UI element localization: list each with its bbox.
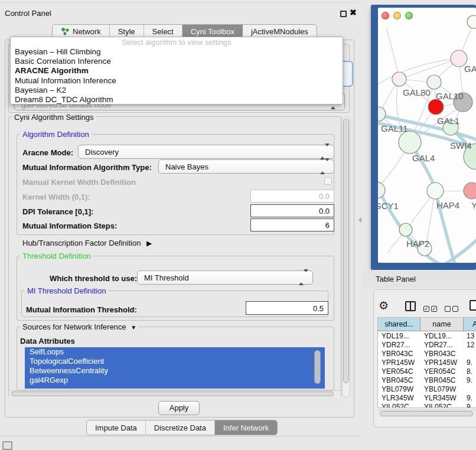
table-cell: YPR145W xyxy=(424,358,457,367)
tab-impute-data[interactable]: Impute Data xyxy=(87,420,146,435)
algorithm-dropdown-overlay: Select algorithm to view settings Bayesi… xyxy=(10,37,343,105)
kernel-width-field[interactable]: 0.0 xyxy=(250,190,334,203)
tab-discretize-data[interactable]: Discretize Data xyxy=(146,420,215,435)
node-label: GAL xyxy=(464,64,476,74)
settings-hscrollbar-thumb[interactable] xyxy=(11,392,334,396)
table-cell: YLR345W xyxy=(424,394,457,403)
document-icon[interactable] xyxy=(470,300,476,311)
algorithm-dropdown-list: Bayesian – Hill ClimbingBasic Correlatio… xyxy=(11,47,343,105)
network-canvas[interactable]: GALGAL80GAL10GAL1SWI4GAL11GAL4GCY1HAP4YH… xyxy=(378,8,476,263)
attribute-item[interactable]: gal4RGexp xyxy=(25,376,325,385)
tab-infer-network[interactable]: Infer Network xyxy=(215,420,277,435)
dpi-tolerance-label: DPI Tolerance [0,1]: xyxy=(22,207,93,216)
tab-label: jActiveMNodules xyxy=(251,27,308,36)
table-cell: 9. xyxy=(467,394,472,403)
table-panel-title: Table Panel xyxy=(376,275,416,283)
table-row[interactable]: YBR045CYBR045C9. xyxy=(378,376,476,385)
column-header-name[interactable]: name xyxy=(420,318,464,331)
dpi-tolerance-value: 0.0 xyxy=(319,207,330,216)
split-columns-icon[interactable] xyxy=(405,301,416,311)
sources-group-toggle[interactable]: Sources for Network Inference ▼ xyxy=(20,322,139,331)
table-row[interactable]: YDL19...YDL19...13 xyxy=(378,332,476,341)
table-cell: YIL052C xyxy=(382,403,409,408)
table-cell: YBL079W xyxy=(382,385,413,394)
node-table: shared... name A YDL19...YDL19...13YDR27… xyxy=(377,317,476,408)
node-label: Y xyxy=(471,200,476,210)
aracne-mode-combo[interactable]: Discovery xyxy=(78,145,334,159)
table-row[interactable]: YIL052CYIL052C9 xyxy=(378,403,476,408)
mi-threshold-field[interactable]: 0.5 xyxy=(246,301,328,315)
network-node-hap4[interactable] xyxy=(427,182,444,199)
aracne-mode-label: Aracne Mode: xyxy=(22,148,73,157)
table-cell: 13 xyxy=(467,332,474,341)
data-attributes-list[interactable]: SelfLoopsTopologicalCoefficientBetweenne… xyxy=(25,347,325,389)
close-icon[interactable]: ✖ xyxy=(350,8,357,17)
unchecked-pair-icon[interactable] xyxy=(445,303,460,314)
attribute-item[interactable]: BetweennessCentrality xyxy=(25,366,325,376)
table-hscrollbar-thumb[interactable] xyxy=(380,411,473,416)
node-label: GAL10 xyxy=(436,91,464,101)
which-threshold-combo[interactable]: MI Threshold xyxy=(137,270,313,285)
algorithm-option[interactable]: Dream8 DC_TDC Algorithm xyxy=(11,95,343,105)
mi-steps-field[interactable]: 6 xyxy=(250,219,334,231)
algorithm-dropdown-placeholder: Select algorithm to view settings xyxy=(11,37,343,47)
attribute-item[interactable]: SelfLoops xyxy=(25,347,325,357)
network-node-gal80[interactable] xyxy=(392,72,406,86)
manual-kernel-checkbox[interactable] xyxy=(324,177,332,185)
table-cell: 9. xyxy=(467,358,472,367)
network-node-gal1[interactable] xyxy=(428,99,444,115)
table-cell: YBR045C xyxy=(424,376,455,385)
mi-steps-value: 6 xyxy=(325,221,330,230)
network-node-y[interactable] xyxy=(464,182,476,199)
attribute-item-partial[interactable] xyxy=(25,385,325,389)
algorithm-option[interactable]: Bayesian – Hill Climbing xyxy=(11,47,343,57)
stepper-icon xyxy=(299,272,308,283)
attribute-list-scrollbar[interactable] xyxy=(314,350,321,384)
network-node-hap2[interactable] xyxy=(399,223,412,236)
table-cell: YBR043C xyxy=(424,350,455,358)
table-cell: YIL052C xyxy=(424,403,452,408)
data-attributes-label: Data Attributes xyxy=(20,337,75,345)
network-node-gal4[interactable] xyxy=(399,131,421,154)
mac-close-icon[interactable] xyxy=(382,12,389,19)
network-node-gcy1[interactable] xyxy=(378,182,385,198)
bottom-tabbar: Impute Data Discretize Data Infer Networ… xyxy=(86,420,278,435)
hub-definition-label: Hub/Transcription Factor Definition xyxy=(22,239,141,247)
column-header-shared-name[interactable]: shared... xyxy=(378,318,420,331)
kernel-width-label: Kernel Width (0,1): xyxy=(22,193,90,201)
expand-right-icon: ▶ xyxy=(146,239,152,247)
panel-bottom-edge xyxy=(0,436,359,436)
table-row[interactable]: YLR345WYLR345W9. xyxy=(378,394,476,403)
table-cell: 12 xyxy=(467,341,474,350)
hub-definition-toggle[interactable]: Hub/Transcription Factor Definition ▶ xyxy=(22,239,152,247)
table-row[interactable]: YBL079WYBL079W xyxy=(378,385,476,394)
algorithm-option[interactable]: Basic Correlation Inference xyxy=(11,57,343,66)
float-icon[interactable] xyxy=(340,11,347,17)
table-row[interactable]: YDR27...YDR27...12 xyxy=(378,341,476,350)
sources-group-title: Sources for Network Inference xyxy=(22,322,126,331)
network-node[interactable] xyxy=(467,15,476,28)
mac-zoom-icon[interactable] xyxy=(405,12,413,19)
settings-vscrollbar-thumb[interactable] xyxy=(343,119,349,383)
mi-type-combo[interactable]: Naive Bayes xyxy=(158,159,334,174)
network-view[interactable]: GALGAL80GAL10GAL1SWI4GAL11GAL4GCY1HAP4YH… xyxy=(378,8,476,263)
table-cell: YDL19... xyxy=(382,332,409,341)
table-row[interactable]: YPR145WYPR145W9. xyxy=(378,358,476,367)
checked-pair-icon[interactable]: ✓✓ xyxy=(423,303,439,314)
mac-minimize-icon[interactable] xyxy=(393,12,401,19)
table-row[interactable]: YER054CYER054C8. xyxy=(378,367,476,376)
which-threshold-label: Which threshold to use: xyxy=(50,274,137,283)
minimized-panel-icon[interactable] xyxy=(2,441,12,450)
algorithm-option[interactable]: Bayesian – K2 xyxy=(11,86,343,95)
table-row[interactable]: YBR043CYBR043C xyxy=(378,350,476,358)
attribute-item[interactable]: TopologicalCoefficient xyxy=(25,357,325,366)
gear-icon[interactable]: ⚙ xyxy=(379,299,389,312)
algorithm-option[interactable]: Mutual Information Inference xyxy=(11,76,343,86)
dpi-tolerance-field[interactable]: 0.0 xyxy=(250,204,334,217)
column-header-partial[interactable]: A xyxy=(464,318,476,331)
apply-button[interactable]: Apply xyxy=(158,401,200,415)
tab-label: Network xyxy=(73,27,101,36)
node-label: GAL4 xyxy=(412,153,435,163)
algorithm-option[interactable]: ARACNE Algorithm xyxy=(11,66,343,76)
settings-group-title: Cyni Algorithm Settings xyxy=(12,113,96,122)
